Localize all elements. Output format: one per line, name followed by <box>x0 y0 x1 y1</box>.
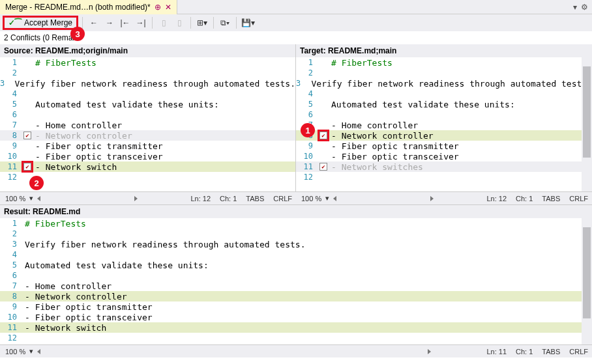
line-text: - Fiber optic transceiver <box>33 152 163 161</box>
result-header: Result: README.md <box>0 204 592 218</box>
conflict-checkbox[interactable]: ✔ <box>319 132 327 139</box>
code-line: 8- Network controller <box>0 291 592 301</box>
code-line: 5Automated test validate these units: <box>296 99 592 109</box>
line-number: 2 <box>0 229 22 238</box>
layout-button[interactable]: ⊞▾ <box>195 16 209 29</box>
line-number: 2 <box>0 68 22 77</box>
zoom-dropdown-icon[interactable]: ▾ <box>29 194 33 203</box>
line-number: 9 <box>0 302 22 311</box>
line-number: 10 <box>0 313 22 322</box>
zoom-level[interactable]: 100 % <box>4 348 27 356</box>
code-line: 9- Fiber optic transmitter <box>0 141 295 151</box>
code-line: 8✔- Network controler <box>0 130 295 141</box>
line-number: 8 <box>0 131 22 140</box>
target-statusbar: 100 %▾ Ln: 12 Ch: 1 TABS CRLF <box>296 191 592 204</box>
line-indicator: Ln: 12 <box>486 195 507 203</box>
first-conflict-button[interactable]: |← <box>118 16 132 29</box>
line-number: 1 <box>0 219 22 228</box>
tabs-indicator: TABS <box>542 195 560 203</box>
code-line: 11✔- Network switches <box>296 161 592 172</box>
code-line: 12 <box>296 172 592 182</box>
conflict-checkbox[interactable]: ✔ <box>319 163 327 171</box>
line-text: Verify fiber network readiness through a… <box>309 79 592 89</box>
checkbox-col: ✔ <box>22 132 33 139</box>
line-text: - Network switch <box>22 323 106 333</box>
line-number: 6 <box>0 110 22 119</box>
annotation-badge-3: 3 <box>70 27 85 41</box>
code-line: 1# FiberTests <box>0 57 295 68</box>
conflicts-summary: 2 Conflicts (0 Remai <box>0 31 592 44</box>
scrollbar-vertical[interactable] <box>582 57 592 191</box>
line-text: - Network switch <box>33 162 117 172</box>
line-text: - Home controller <box>329 120 418 130</box>
zoom-level[interactable]: 100 % <box>300 195 323 203</box>
line-number: 4 <box>296 89 318 98</box>
code-line: 10- Fiber optic transceiver <box>0 312 592 322</box>
scrollbar-vertical[interactable] <box>582 218 592 344</box>
check-icon: ✓⁀ <box>8 18 22 27</box>
save-button[interactable]: 💾▾ <box>241 16 255 29</box>
zoom-dropdown-icon[interactable]: ▾ <box>29 347 33 356</box>
line-text: Verify fiber network readiness through a… <box>22 240 305 249</box>
code-line: 12 <box>0 172 295 182</box>
line-text: - Home controller <box>33 120 122 130</box>
source-editor[interactable]: 1# FiberTests23Verify fiber network read… <box>0 57 295 191</box>
prev-conflict-button[interactable]: ← <box>87 16 101 29</box>
line-text: - Network switches <box>329 162 423 172</box>
conflict-checkbox[interactable]: ✔ <box>23 132 31 139</box>
line-text: - Fiber optic transceiver <box>22 313 153 322</box>
target-header: Target: README.md;main <box>296 44 592 57</box>
scrollbar-horizontal[interactable] <box>334 193 432 204</box>
compare-button[interactable]: ⧉▾ <box>218 16 232 29</box>
code-line: 2 <box>0 229 592 239</box>
accept-merge-label: Accept Merge <box>24 18 72 27</box>
code-line: 6 <box>0 270 592 281</box>
menubar: Merge - README.md…n (both modified)* ⊕ ✕… <box>0 0 592 14</box>
last-conflict-button[interactable]: →| <box>134 16 148 29</box>
dropdown-icon[interactable]: ▾ <box>573 3 577 12</box>
target-editor[interactable]: 1# FiberTests23Verify fiber network read… <box>296 57 592 191</box>
code-line: 5Automated test validate these units: <box>0 260 592 270</box>
result-editor[interactable]: 1# FiberTests23Verify fiber network read… <box>0 218 592 344</box>
line-number: 9 <box>0 141 22 150</box>
line-number: 7 <box>0 281 22 290</box>
gear-icon[interactable]: ⚙ <box>581 3 588 12</box>
code-line: 11✔- Network switch <box>0 161 295 172</box>
line-text: - Network controller <box>22 292 127 301</box>
scrollbar-horizontal[interactable] <box>38 346 430 357</box>
zoom-dropdown-icon[interactable]: ▾ <box>325 194 329 203</box>
left-pane-button[interactable]: ▯ <box>156 16 171 29</box>
line-text: - Home controller <box>22 281 111 291</box>
conflict-checkbox[interactable]: ✔ <box>23 163 31 171</box>
line-text: - Fiber optic transmitter <box>22 302 153 312</box>
pin-icon[interactable]: ⊕ <box>155 3 161 12</box>
line-number: 5 <box>0 100 22 109</box>
code-line: 3Verify fiber network readiness through … <box>296 78 592 89</box>
code-line: 5Automated test validate these units: <box>0 99 295 109</box>
close-icon[interactable]: ✕ <box>165 3 171 12</box>
line-number: 2 <box>296 68 318 77</box>
code-line: 3Verify fiber network readiness through … <box>0 239 592 249</box>
line-number: 1 <box>296 58 318 67</box>
annotation-badge-1: 1 <box>301 123 315 137</box>
result-statusbar: 100 %▾ Ln: 11 Ch: 1 TABS CRLF <box>0 344 592 357</box>
code-line: 10- Fiber optic transceiver <box>296 151 592 161</box>
source-statusbar: 100 %▾ Ln: 12 Ch: 1 TABS CRLF <box>0 191 296 204</box>
code-line: 1# FiberTests <box>296 57 592 68</box>
line-text: # FiberTests <box>33 58 96 68</box>
code-line: 4 <box>0 89 295 99</box>
accept-merge-button[interactable]: ✓⁀ Accept Merge <box>3 16 78 30</box>
code-line: 10- Fiber optic transceiver <box>0 151 295 161</box>
right-pane-button[interactable]: ▯ <box>172 16 186 29</box>
document-tab[interactable]: Merge - README.md…n (both modified)* ⊕ ✕ <box>0 0 177 14</box>
line-text: # FiberTests <box>329 58 392 68</box>
crlf-indicator: CRLF <box>569 195 588 203</box>
line-number: 12 <box>0 173 22 182</box>
scrollbar-horizontal[interactable] <box>38 193 136 204</box>
zoom-level[interactable]: 100 % <box>4 195 27 203</box>
line-number: 11 <box>296 162 318 171</box>
line-number: 3 <box>0 240 22 249</box>
tabs-indicator: TABS <box>246 195 264 203</box>
line-number: 1 <box>0 58 22 67</box>
next-conflict-button[interactable]: → <box>102 16 117 29</box>
